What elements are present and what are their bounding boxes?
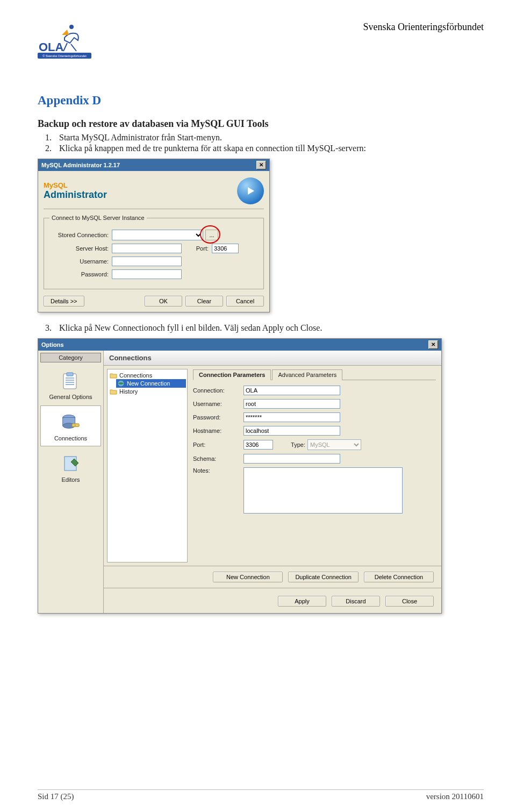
param-port-input[interactable] [243, 440, 273, 450]
param-password-input[interactable] [243, 412, 340, 422]
connect-groupbox-legend: Connect to MySQL Server Instance [49, 215, 147, 221]
param-hostname-label: Hostname: [193, 428, 243, 434]
folder-icon [110, 389, 117, 395]
sidebar-item-connections[interactable]: Connections [40, 405, 101, 446]
logo-text: OLA [39, 40, 64, 54]
organization-name: Svenska Orienteringsförbundet [363, 22, 484, 33]
dialog1-title: MySQL Administrator 1.2.17 [41, 162, 120, 168]
close-icon[interactable]: ✕ [428, 340, 438, 349]
step-2: Klicka på knappen med de tre punkterna f… [54, 144, 484, 153]
tree-new-connection[interactable]: New Connection [116, 379, 186, 388]
param-password-label: Password: [193, 414, 243, 421]
param-notes-input[interactable] [243, 467, 403, 514]
page-header: OLA © Svenska Orienteringsförbundet Sven… [38, 22, 484, 61]
connection-input[interactable] [243, 386, 340, 395]
tab-advanced-parameters[interactable]: Advanced Parameters [272, 369, 342, 380]
options-sidebar: Category General Options [38, 351, 104, 613]
category-header: Category [40, 353, 101, 362]
mysql-brand: MySQL [44, 181, 68, 189]
mysql-admin-dialog: MySQL Administrator 1.2.17 ✕ MySQL Admin… [38, 159, 270, 312]
username-label: Username: [49, 258, 112, 265]
svg-rect-12 [71, 424, 78, 427]
sidebar-item-label: General Options [40, 394, 101, 400]
dialog1-titlebar: MySQL Administrator 1.2.17 ✕ [38, 159, 269, 171]
connections-icon [60, 410, 82, 433]
duplicate-connection-button[interactable]: Duplicate Connection [288, 572, 359, 582]
server-host-label: Server Host: [49, 245, 112, 252]
globe-icon [117, 380, 125, 387]
options-dialog: Options ✕ Category [38, 338, 442, 614]
apply-button[interactable]: Apply [278, 596, 326, 607]
tree-connections[interactable]: Connections [109, 372, 186, 379]
ellipsis-button[interactable]: ... [205, 230, 218, 240]
param-type-select[interactable]: MySQL [307, 439, 361, 450]
details-button[interactable]: Details >> [44, 296, 84, 307]
connection-tree[interactable]: Connections New Connection [107, 369, 188, 562]
close-icon[interactable]: ✕ [256, 161, 266, 169]
footer-page: Sid 17 (25) [38, 792, 74, 801]
dialog2-titlebar: Options ✕ [38, 339, 441, 351]
port-input[interactable] [212, 244, 239, 253]
options-main-pane: Connections Connections [104, 351, 441, 613]
port-label: Port: [182, 245, 212, 252]
svg-point-13 [74, 425, 75, 426]
appendix-title: Appendix D [38, 94, 484, 108]
password-input[interactable] [112, 269, 182, 279]
connection-buttons-row: New Connection Duplicate Connection Dele… [104, 566, 441, 588]
general-options-icon [60, 369, 82, 391]
cancel-button[interactable]: Cancel [226, 296, 264, 307]
connect-groupbox: Connect to MySQL Server Instance Stored … [44, 215, 264, 289]
clear-button[interactable]: Clear [185, 296, 223, 307]
step-3: Klicka på New Connectionoch fyll i enl b… [54, 323, 484, 333]
sidebar-item-editors[interactable]: Editors [40, 447, 101, 487]
stored-connection-select[interactable] [112, 230, 203, 240]
connection-label: Connection: [193, 387, 243, 394]
sidebar-item-general-options[interactable]: General Options [40, 365, 101, 404]
param-notes-label: Notes: [193, 467, 243, 474]
svg-rect-4 [67, 373, 73, 376]
sidebar-item-label: Connections [41, 435, 101, 441]
param-username-input[interactable] [243, 399, 340, 409]
section-subtitle: Backup och restore av databasen via MySQ… [38, 118, 484, 130]
param-username-label: Username: [193, 401, 243, 407]
dialog-buttons-row: Apply Discard Close [104, 588, 441, 613]
administrator-brand: Administrator [44, 189, 107, 200]
ola-logo: OLA © Svenska Orienteringsförbundet [38, 22, 91, 61]
dialog1-logo-area: MySQL Administrator [44, 175, 264, 208]
step-list: Starta MySQL Administrator från Start-me… [54, 133, 484, 153]
close-button[interactable]: Close [385, 596, 434, 607]
sidebar-item-label: Editors [40, 476, 101, 483]
username-input[interactable] [112, 257, 182, 266]
svg-point-0 [69, 25, 74, 29]
params-tabs: Connection Parameters Advanced Parameter… [193, 369, 436, 380]
param-type-label: Type: [278, 441, 307, 448]
connection-params-panel: Connection Parameters Advanced Parameter… [191, 366, 441, 566]
param-schema-input[interactable] [243, 454, 340, 464]
step-1: Starta MySQL Administrator från Start-me… [54, 133, 484, 143]
main-header: Connections [104, 351, 441, 366]
tab-connection-parameters[interactable]: Connection Parameters [193, 369, 271, 380]
ok-button[interactable]: OK [145, 296, 182, 307]
play-icon[interactable] [237, 177, 264, 204]
discard-button[interactable]: Discard [332, 596, 380, 607]
param-schema-label: Schema: [193, 455, 243, 462]
stored-connection-label: Stored Connection: [49, 232, 112, 238]
server-host-input[interactable] [112, 244, 182, 253]
svg-marker-2 [248, 187, 254, 195]
page-footer: Sid 17 (25) version 20110601 [38, 789, 484, 801]
editors-icon [60, 452, 82, 474]
folder-icon [110, 373, 117, 379]
param-port-label: Port: [193, 441, 243, 448]
footer-version: version 20110601 [426, 792, 484, 801]
tree-history[interactable]: History [109, 388, 186, 395]
dialog2-title: Options [41, 341, 64, 348]
delete-connection-button[interactable]: Delete Connection [364, 572, 434, 582]
password-label: Password: [49, 271, 112, 277]
step-list-2: Klicka på New Connectionoch fyll i enl b… [54, 323, 484, 333]
new-connection-button[interactable]: New Connection [213, 572, 283, 582]
logo-subtext: © Svenska Orienteringsförbundet [42, 54, 87, 58]
param-hostname-input[interactable] [243, 426, 340, 436]
